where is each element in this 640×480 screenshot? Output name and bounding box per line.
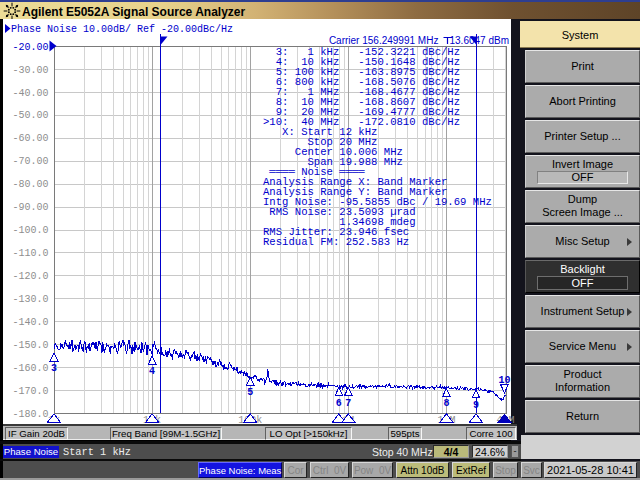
svg-text:Residual FM: 252.583 Hz: Residual FM: 252.583 Hz [263,236,409,248]
svg-text:-20.00: -20.00 [12,42,48,53]
svg-text:-160.0: -160.0 [12,363,48,374]
svg-text:Carrier 156.249991 MHz 13.6: Carrier 156.249991 MHz 13.6047 dBm [329,35,509,46]
svg-text:-130.0: -130.0 [12,294,48,305]
svg-text:-30.00: -30.00 [12,65,48,76]
svg-text:-170.0: -170.0 [12,386,48,397]
svg-text:-110.0: -110.0 [12,248,48,259]
svg-text:-70.00: -70.00 [12,156,48,167]
svg-text:5: 5 [247,387,253,398]
svg-text:9: 9 [473,400,479,411]
svg-text:-40.00: -40.00 [12,88,48,99]
svg-text:3: 3 [51,363,57,374]
svg-text:7: 7 [345,398,351,409]
svg-text:-100.0: -100.0 [12,225,48,236]
svg-text:4: 4 [149,366,155,377]
svg-text:6: 6 [336,398,342,409]
svg-text:-150.0: -150.0 [12,340,48,351]
svg-text:-50.00: -50.00 [12,110,48,121]
svg-text:8: 8 [443,398,449,409]
svg-text:10: 10 [498,375,510,386]
svg-text:Phase Noise 10.00dB/ Ref -20.0: Phase Noise 10.00dB/ Ref -20.00dBc/Hz [11,24,233,35]
svg-text:-80.00: -80.00 [12,179,48,190]
svg-text:-120.0: -120.0 [12,271,48,282]
svg-text:-60.00: -60.00 [12,133,48,144]
svg-text:-90.00: -90.00 [12,202,48,213]
svg-text:-180.0: -180.0 [12,409,48,420]
svg-text:-140.0: -140.0 [12,317,48,328]
